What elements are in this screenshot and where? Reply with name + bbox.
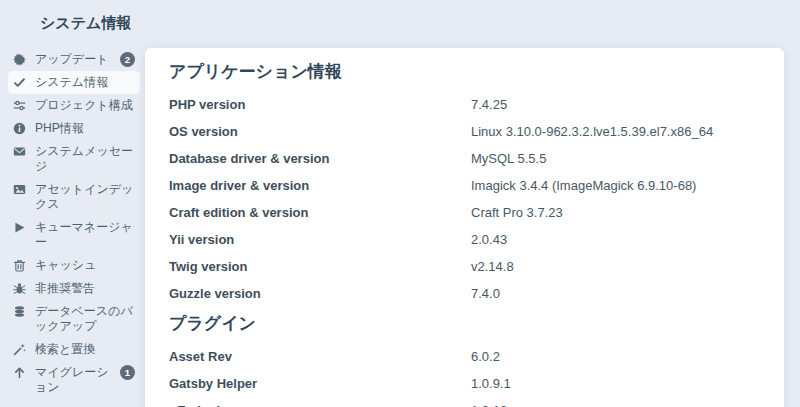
- table-row: Yii version 2.0.43: [169, 226, 760, 253]
- table-row: Gatsby Helper 1.0.9.1: [169, 370, 760, 397]
- sidebar-item-label: 検索と置換: [35, 342, 135, 357]
- row-label: Database driver & version: [169, 145, 471, 172]
- table-row: PHP version 7.4.25: [169, 91, 760, 118]
- envelope-icon: [13, 145, 26, 158]
- application-info-table: PHP version 7.4.25 OS version Linux 3.10…: [169, 91, 760, 307]
- utilities-sidebar: アップデート 2 システム情報 プロジェクト構成 PHP情報 システムメッセージ…: [0, 44, 145, 399]
- row-value: Linux 3.10.0-962.3.2.lve1.5.39.el7.x86_6…: [471, 118, 760, 145]
- row-label: Asset Rev: [169, 343, 471, 370]
- system-report-card: アプリケーション情報 PHP version 7.4.25 OS version…: [145, 48, 784, 407]
- row-value: 2.0.43: [471, 226, 760, 253]
- row-value: v2.14.8: [471, 253, 760, 280]
- bug-icon: [13, 282, 26, 295]
- info-circle-icon: [13, 122, 26, 135]
- table-row: Database driver & version MySQL 5.5.5: [169, 145, 760, 172]
- table-row: Asset Rev 6.0.2: [169, 343, 760, 370]
- sidebar-item-caches[interactable]: キャッシュ: [8, 254, 140, 277]
- sidebar-item-label: データベースのバックアップ: [35, 304, 135, 334]
- sidebar-item-system-messages[interactable]: システムメッセージ: [8, 140, 140, 178]
- row-value: 1.0.9.1: [471, 370, 760, 397]
- sidebar-item-updates[interactable]: アップデート 2: [8, 48, 140, 71]
- craft-admin-utilities-page: システム情報 アップデート 2 システム情報 プロジェクト構成 PHP情報 シス…: [0, 0, 800, 407]
- row-label: Twig version: [169, 253, 471, 280]
- table-row: Image driver & version Imagick 3.4.4 (Im…: [169, 172, 760, 199]
- sidebar-item-php-info[interactable]: PHP情報: [8, 117, 140, 140]
- row-value: 7.4.0: [471, 280, 760, 307]
- row-label: Yii version: [169, 226, 471, 253]
- row-label: OS version: [169, 118, 471, 145]
- row-value: 7.4.25: [471, 91, 760, 118]
- row-value: Craft Pro 3.7.23: [471, 199, 760, 226]
- sidebar-item-label: キューマネージャー: [35, 220, 135, 250]
- sidebar-item-label: キャッシュ: [35, 258, 135, 273]
- row-label: Gatsby Helper: [169, 370, 471, 397]
- page-title: システム情報: [40, 14, 131, 33]
- sidebar-item-label: プロジェクト構成: [35, 98, 135, 113]
- row-value: Imagick 3.4.4 (ImageMagick 6.9.10-68): [471, 172, 760, 199]
- trash-icon: [13, 259, 26, 272]
- sidebar-item-label: システムメッセージ: [35, 144, 135, 174]
- wand-icon: [13, 343, 26, 356]
- sidebar-item-asset-indexes[interactable]: アセットインデックス: [8, 178, 140, 216]
- row-label: oEmbed: [169, 397, 471, 407]
- updates-count-badge: 2: [120, 52, 135, 67]
- sidebar-item-label: システム情報: [35, 75, 135, 90]
- sidebar-item-system-report[interactable]: システム情報: [8, 71, 140, 94]
- row-label: PHP version: [169, 91, 471, 118]
- sliders-icon: [13, 99, 26, 112]
- table-row: OS version Linux 3.10.0-962.3.2.lve1.5.3…: [169, 118, 760, 145]
- row-label: Craft edition & version: [169, 199, 471, 226]
- sidebar-item-label: アセットインデックス: [35, 182, 135, 212]
- sidebar-item-label: 非推奨警告: [35, 281, 135, 296]
- row-label: Image driver & version: [169, 172, 471, 199]
- application-info-heading: アプリケーション情報: [169, 61, 760, 83]
- row-value: MySQL 5.5.5: [471, 145, 760, 172]
- sidebar-item-label: PHP情報: [35, 121, 135, 136]
- sidebar-item-label: アップデート: [35, 52, 111, 67]
- image-icon: [13, 183, 26, 196]
- sidebar-item-deprecation-warnings[interactable]: 非推奨警告: [8, 277, 140, 300]
- row-value: 1.3.13: [471, 397, 760, 407]
- play-icon: [13, 221, 26, 234]
- sidebar-item-label: マイグレーション: [35, 365, 111, 395]
- sidebar-item-find-replace[interactable]: 検索と置換: [8, 338, 140, 361]
- arrow-up-icon: [13, 366, 26, 379]
- table-row: Guzzle version 7.4.0: [169, 280, 760, 307]
- database-icon: [13, 305, 26, 318]
- gear-icon: [13, 53, 26, 66]
- plugins-table: Asset Rev 6.0.2 Gatsby Helper 1.0.9.1 oE…: [169, 343, 760, 407]
- plugins-heading: プラグイン: [169, 313, 760, 335]
- sidebar-item-database-backup[interactable]: データベースのバックアップ: [8, 300, 140, 338]
- migrations-count-badge: 1: [120, 365, 135, 380]
- table-row: Craft edition & version Craft Pro 3.7.23: [169, 199, 760, 226]
- sidebar-item-migrations[interactable]: マイグレーション 1: [8, 361, 140, 399]
- table-row: oEmbed 1.3.13: [169, 397, 760, 407]
- table-row: Twig version v2.14.8: [169, 253, 760, 280]
- sidebar-item-project-config[interactable]: プロジェクト構成: [8, 94, 140, 117]
- check-icon: [13, 76, 26, 89]
- row-value: 6.0.2: [471, 343, 760, 370]
- sidebar-item-queue-manager[interactable]: キューマネージャー: [8, 216, 140, 254]
- row-label: Guzzle version: [169, 280, 471, 307]
